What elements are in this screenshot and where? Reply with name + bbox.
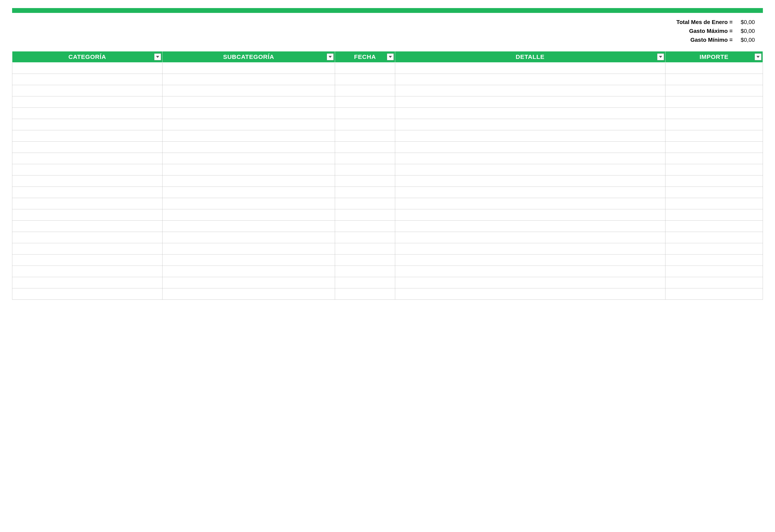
cell-subcategoria[interactable]	[162, 255, 335, 266]
cell-categoria[interactable]	[12, 243, 162, 255]
cell-detalle[interactable]	[395, 277, 665, 288]
cell-categoria[interactable]	[12, 266, 162, 277]
cell-detalle[interactable]	[395, 142, 665, 153]
cell-subcategoria[interactable]	[162, 130, 335, 142]
cell-detalle[interactable]	[395, 119, 665, 130]
cell-importe[interactable]	[665, 187, 763, 198]
cell-categoria[interactable]	[12, 209, 162, 221]
cell-categoria[interactable]	[12, 221, 162, 232]
filter-button-importe[interactable]	[755, 53, 761, 60]
cell-fecha[interactable]	[335, 277, 395, 288]
cell-subcategoria[interactable]	[162, 164, 335, 175]
cell-importe[interactable]	[665, 209, 763, 221]
cell-categoria[interactable]	[12, 198, 162, 209]
cell-fecha[interactable]	[335, 108, 395, 119]
cell-importe[interactable]	[665, 96, 763, 108]
cell-subcategoria[interactable]	[162, 288, 335, 300]
cell-detalle[interactable]	[395, 209, 665, 221]
cell-subcategoria[interactable]	[162, 96, 335, 108]
cell-importe[interactable]	[665, 74, 763, 85]
cell-importe[interactable]	[665, 142, 763, 153]
cell-fecha[interactable]	[335, 130, 395, 142]
filter-button-subcategoria[interactable]	[327, 53, 334, 60]
cell-subcategoria[interactable]	[162, 232, 335, 243]
cell-subcategoria[interactable]	[162, 175, 335, 187]
cell-importe[interactable]	[665, 232, 763, 243]
cell-importe[interactable]	[665, 108, 763, 119]
filter-button-categoria[interactable]	[154, 53, 161, 60]
cell-detalle[interactable]	[395, 130, 665, 142]
cell-categoria[interactable]	[12, 187, 162, 198]
cell-categoria[interactable]	[12, 164, 162, 175]
cell-fecha[interactable]	[335, 221, 395, 232]
cell-fecha[interactable]	[335, 187, 395, 198]
cell-detalle[interactable]	[395, 266, 665, 277]
cell-categoria[interactable]	[12, 96, 162, 108]
cell-detalle[interactable]	[395, 221, 665, 232]
cell-importe[interactable]	[665, 63, 763, 74]
cell-importe[interactable]	[665, 175, 763, 187]
cell-fecha[interactable]	[335, 232, 395, 243]
cell-fecha[interactable]	[335, 164, 395, 175]
cell-subcategoria[interactable]	[162, 266, 335, 277]
cell-subcategoria[interactable]	[162, 187, 335, 198]
cell-importe[interactable]	[665, 221, 763, 232]
cell-detalle[interactable]	[395, 187, 665, 198]
cell-categoria[interactable]	[12, 108, 162, 119]
cell-importe[interactable]	[665, 255, 763, 266]
cell-importe[interactable]	[665, 277, 763, 288]
cell-fecha[interactable]	[335, 142, 395, 153]
cell-categoria[interactable]	[12, 85, 162, 96]
cell-importe[interactable]	[665, 243, 763, 255]
cell-subcategoria[interactable]	[162, 142, 335, 153]
cell-fecha[interactable]	[335, 119, 395, 130]
cell-importe[interactable]	[665, 119, 763, 130]
cell-fecha[interactable]	[335, 209, 395, 221]
cell-categoria[interactable]	[12, 288, 162, 300]
cell-detalle[interactable]	[395, 255, 665, 266]
cell-detalle[interactable]	[395, 198, 665, 209]
cell-importe[interactable]	[665, 266, 763, 277]
cell-detalle[interactable]	[395, 164, 665, 175]
cell-detalle[interactable]	[395, 96, 665, 108]
cell-categoria[interactable]	[12, 119, 162, 130]
cell-fecha[interactable]	[335, 175, 395, 187]
cell-fecha[interactable]	[335, 288, 395, 300]
cell-fecha[interactable]	[335, 266, 395, 277]
cell-categoria[interactable]	[12, 63, 162, 74]
cell-subcategoria[interactable]	[162, 198, 335, 209]
cell-categoria[interactable]	[12, 130, 162, 142]
cell-categoria[interactable]	[12, 175, 162, 187]
cell-detalle[interactable]	[395, 85, 665, 96]
cell-subcategoria[interactable]	[162, 85, 335, 96]
cell-detalle[interactable]	[395, 243, 665, 255]
cell-categoria[interactable]	[12, 232, 162, 243]
cell-importe[interactable]	[665, 198, 763, 209]
cell-fecha[interactable]	[335, 243, 395, 255]
cell-subcategoria[interactable]	[162, 153, 335, 164]
cell-detalle[interactable]	[395, 153, 665, 164]
cell-fecha[interactable]	[335, 255, 395, 266]
cell-categoria[interactable]	[12, 277, 162, 288]
cell-importe[interactable]	[665, 288, 763, 300]
cell-fecha[interactable]	[335, 63, 395, 74]
cell-detalle[interactable]	[395, 175, 665, 187]
cell-subcategoria[interactable]	[162, 221, 335, 232]
cell-categoria[interactable]	[12, 142, 162, 153]
cell-importe[interactable]	[665, 130, 763, 142]
cell-detalle[interactable]	[395, 108, 665, 119]
cell-categoria[interactable]	[12, 255, 162, 266]
cell-fecha[interactable]	[335, 153, 395, 164]
cell-subcategoria[interactable]	[162, 119, 335, 130]
cell-subcategoria[interactable]	[162, 74, 335, 85]
cell-importe[interactable]	[665, 153, 763, 164]
cell-detalle[interactable]	[395, 232, 665, 243]
cell-detalle[interactable]	[395, 288, 665, 300]
filter-button-detalle[interactable]	[657, 53, 664, 60]
filter-button-fecha[interactable]	[387, 53, 394, 60]
cell-subcategoria[interactable]	[162, 243, 335, 255]
cell-importe[interactable]	[665, 164, 763, 175]
cell-fecha[interactable]	[335, 198, 395, 209]
cell-detalle[interactable]	[395, 63, 665, 74]
cell-fecha[interactable]	[335, 85, 395, 96]
